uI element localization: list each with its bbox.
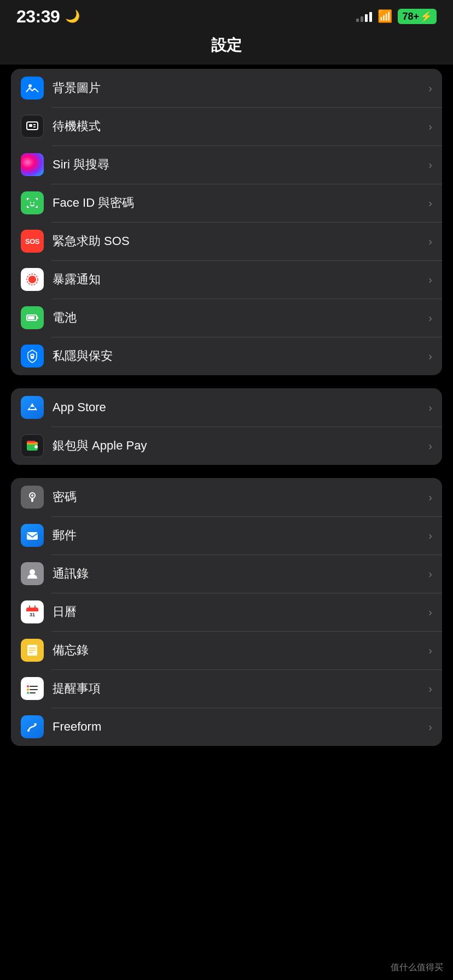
battery-label: 電池 (53, 310, 424, 326)
siri-icon (21, 153, 44, 176)
freeform-label: Freeform (53, 720, 424, 734)
contacts-label: 通訊錄 (53, 565, 424, 582)
exposure-icon (21, 268, 44, 291)
settings-row-siri[interactable]: Siri 與搜尋 › (11, 145, 442, 184)
appstore-icon (21, 396, 44, 419)
privacy-label: 私隱與保安 (53, 348, 424, 364)
wifi-icon: 📶 (378, 9, 392, 24)
wallet-icon (21, 434, 44, 457)
svg-rect-15 (27, 441, 36, 443)
section-store: App Store › 銀包與 Apple Pay › (11, 388, 442, 465)
faceid-label: Face ID 與密碼 (53, 195, 424, 211)
siri-chevron: › (428, 159, 432, 171)
wallpaper-label: 背景圖片 (53, 80, 424, 96)
privacy-icon (21, 345, 44, 368)
sos-icon: SOS (21, 230, 44, 253)
calendar-label: 日曆 (53, 604, 424, 620)
exposure-chevron: › (428, 273, 432, 286)
standby-chevron: › (428, 120, 432, 133)
sos-chevron: › (428, 235, 432, 248)
appstore-chevron: › (428, 401, 432, 414)
svg-point-33 (27, 689, 29, 691)
svg-rect-10 (28, 316, 34, 319)
passwords-chevron: › (428, 491, 432, 504)
settings-row-sos[interactable]: SOS 緊急求助 SOS › (11, 222, 442, 260)
privacy-chevron: › (428, 350, 432, 363)
settings-row-calendar[interactable]: 31 日曆 › (11, 593, 442, 631)
signal-icon (356, 11, 372, 22)
notes-icon (21, 639, 44, 662)
battery-icon (21, 306, 44, 329)
wallet-chevron: › (428, 440, 432, 452)
reminders-label: 提醒事項 (53, 680, 424, 697)
standby-icon (21, 115, 44, 138)
settings-row-wallpaper[interactable]: 背景圖片 › (11, 69, 442, 107)
wallpaper-icon (21, 77, 44, 100)
settings-row-exposure[interactable]: 暴露通知 › (11, 260, 442, 299)
status-icons: 📶 78+ ⚡ (356, 9, 437, 24)
section-apps: 密碼 › 郵件 › 通訊錄 › 31 (11, 478, 442, 746)
settings-row-wallet[interactable]: 銀包與 Apple Pay › (11, 427, 442, 465)
settings-row-passwords[interactable]: 密碼 › (11, 478, 442, 516)
svg-point-18 (31, 494, 33, 497)
svg-rect-16 (34, 445, 38, 448)
svg-rect-24 (26, 610, 38, 611)
battery-chevron: › (428, 312, 432, 324)
reminders-icon (21, 677, 44, 700)
settings-row-standby[interactable]: 待機模式 › (11, 107, 442, 145)
contacts-icon (21, 562, 44, 585)
settings-row-notes[interactable]: 備忘錄 › (11, 631, 442, 669)
siri-label: Siri 與搜尋 (53, 156, 424, 173)
svg-rect-20 (27, 532, 38, 540)
watermark: 值什么值得买 (391, 962, 443, 973)
svg-rect-19 (31, 498, 33, 502)
wallet-label: 銀包與 Apple Pay (53, 438, 424, 454)
svg-rect-4 (33, 126, 36, 127)
freeform-chevron: › (428, 721, 432, 733)
svg-rect-3 (33, 124, 36, 125)
notes-label: 備忘錄 (53, 642, 424, 658)
faceid-chevron: › (428, 197, 432, 209)
settings-row-appstore[interactable]: App Store › (11, 388, 442, 427)
sos-label: 緊急求助 SOS (53, 233, 424, 249)
svg-rect-2 (29, 124, 32, 127)
settings-row-reminders[interactable]: 提醒事項 › (11, 669, 442, 708)
exposure-label: 暴露通知 (53, 271, 424, 288)
settings-row-freeform[interactable]: Freeform › (11, 708, 442, 746)
settings-row-contacts[interactable]: 通訊錄 › (11, 555, 442, 593)
wallpaper-chevron: › (428, 82, 432, 95)
reminders-chevron: › (428, 682, 432, 695)
settings-row-privacy[interactable]: 私隱與保安 › (11, 337, 442, 375)
appstore-label: App Store (53, 400, 424, 415)
status-time: 23:39 (16, 7, 60, 27)
status-bar: 23:39 🌙 📶 78+ ⚡ (0, 0, 453, 30)
mail-label: 郵件 (53, 527, 424, 544)
svg-point-34 (27, 692, 29, 694)
calendar-icon: 31 (21, 600, 44, 623)
calendar-chevron: › (428, 606, 432, 619)
passwords-icon (21, 486, 44, 509)
mail-chevron: › (428, 529, 432, 542)
settings-row-battery[interactable]: 電池 › (11, 299, 442, 337)
svg-point-38 (27, 730, 30, 732)
section-system: 背景圖片 › 待機模式 › Siri 與搜尋 › (11, 69, 442, 375)
svg-point-7 (28, 276, 36, 283)
standby-label: 待機模式 (53, 118, 424, 135)
moon-icon: 🌙 (65, 9, 80, 24)
freeform-icon (21, 715, 44, 738)
settings-row-faceid[interactable]: Face ID 與密碼 › (11, 184, 442, 222)
svg-point-21 (30, 569, 35, 575)
svg-point-0 (28, 84, 32, 88)
faceid-icon (21, 191, 44, 214)
mail-icon (21, 524, 44, 547)
settings-row-mail[interactable]: 郵件 › (11, 516, 442, 555)
svg-text:31: 31 (30, 612, 35, 617)
page-title: 設定 (0, 30, 453, 65)
svg-point-32 (27, 685, 29, 687)
contacts-chevron: › (428, 568, 432, 580)
svg-rect-11 (37, 317, 38, 319)
battery-indicator: 78+ ⚡ (398, 9, 437, 24)
notes-chevron: › (428, 644, 432, 657)
passwords-label: 密碼 (53, 489, 424, 505)
